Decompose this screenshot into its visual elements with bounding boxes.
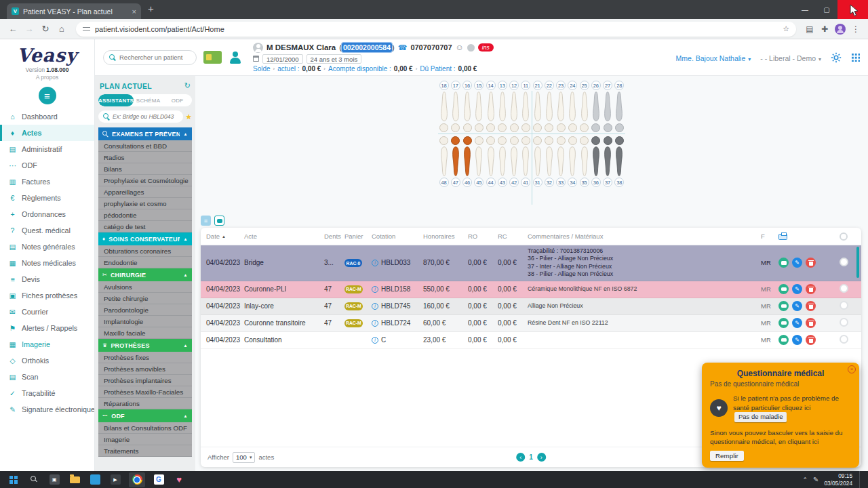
- refresh-icon[interactable]: ↻: [184, 81, 191, 90]
- tooth-15[interactable]: [473, 91, 485, 122]
- taskbar-search-button[interactable]: [27, 471, 41, 488]
- tooth-number-23[interactable]: 23: [555, 81, 567, 90]
- sidebar-item-orthokis[interactable]: ◇Orthokis: [0, 352, 94, 369]
- tooth-34[interactable]: [567, 146, 578, 177]
- carte-vitale-icon[interactable]: [203, 51, 222, 64]
- tooth-28[interactable]: [614, 91, 625, 122]
- plan-item-proth-ses-maxillo-faciales[interactable]: Prothèses Maxillo-Faciales: [98, 386, 192, 398]
- plan-item-imagerie[interactable]: Imagerie: [98, 434, 192, 445]
- tooth-43[interactable]: [496, 146, 508, 177]
- act-row-5[interactable]: 04/04/2023ConsultationiC23,00 €0,00 €0,0…: [201, 332, 861, 349]
- tooth-41[interactable]: [520, 146, 532, 177]
- site-settings-icon[interactable]: [83, 25, 90, 33]
- tooth-number-37[interactable]: 37: [602, 178, 614, 187]
- act-row-1[interactable]: 04/04/2023Bridge3...RAC-0iHBLD033870,00 …: [201, 245, 861, 281]
- tooth-occlusal-25[interactable]: [578, 122, 590, 133]
- table-scrollbar[interactable]: [856, 247, 859, 278]
- act-search-input[interactable]: [113, 113, 178, 120]
- tooth-number-13[interactable]: 13: [496, 81, 508, 90]
- section-header-odf[interactable]: ⋯ODF▲: [98, 409, 192, 422]
- tooth-number-17[interactable]: 17: [450, 81, 461, 90]
- tooth-occlusal-34[interactable]: [567, 135, 578, 146]
- edit-button[interactable]: [792, 318, 802, 328]
- tooth-number-16[interactable]: 16: [462, 81, 473, 90]
- tooth-number-45[interactable]: 45: [473, 178, 485, 187]
- sidebar-item-quest-m-dical[interactable]: ?Quest. médical: [0, 222, 94, 239]
- forward-button[interactable]: →: [22, 24, 37, 34]
- edit-button[interactable]: [792, 301, 802, 311]
- sidebar-item-tra-abilit[interactable]: ✓Traçabilité: [0, 385, 94, 401]
- app-button-g[interactable]: G: [152, 471, 165, 488]
- settings-gear-icon[interactable]: [831, 52, 842, 63]
- tooth-occlusal-22[interactable]: [543, 122, 555, 133]
- tooth-number-42[interactable]: 42: [509, 178, 520, 187]
- row-toggle[interactable]: [840, 284, 848, 293]
- row-toggle[interactable]: [840, 335, 848, 344]
- about-link[interactable]: A propos: [0, 74, 94, 81]
- sidebar-item-ordonnances[interactable]: +Ordonnances: [0, 206, 94, 222]
- tooth-occlusal-45[interactable]: [473, 135, 485, 146]
- next-page-button[interactable]: ›: [537, 453, 546, 462]
- tooth-occlusal-24[interactable]: [567, 122, 578, 133]
- comment-button[interactable]: [778, 301, 789, 311]
- tooth-24[interactable]: [567, 91, 578, 122]
- edit-button[interactable]: [792, 258, 802, 268]
- tooth-occlusal-26[interactable]: [590, 122, 601, 133]
- back-button[interactable]: ←: [5, 24, 20, 34]
- tooth-12[interactable]: [509, 91, 520, 122]
- maximize-button[interactable]: ▢: [816, 0, 837, 19]
- sidebar-item-courrier[interactable]: ✉Courrier: [0, 304, 94, 320]
- tooth-21[interactable]: [532, 91, 543, 122]
- sidebar-item-devis[interactable]: ≡Devis: [0, 271, 94, 287]
- sidebar-item-odf[interactable]: ⋯ODF: [0, 157, 94, 174]
- tooth-42[interactable]: [509, 146, 520, 177]
- sidebar-item-imagerie[interactable]: ▦Imagerie: [0, 336, 94, 352]
- plan-tab-sch-ma[interactable]: SCHÉMA: [134, 94, 163, 106]
- tooth-occlusal-17[interactable]: [450, 122, 461, 133]
- col-header-acte[interactable]: Acte: [244, 232, 324, 240]
- col-header-cotation[interactable]: Cotation: [372, 232, 423, 240]
- comment-button[interactable]: [778, 335, 789, 345]
- delete-button[interactable]: [806, 301, 816, 311]
- taskbar-clock[interactable]: 09:15 03/05/2024: [824, 472, 852, 487]
- delete-button[interactable]: [806, 258, 816, 268]
- delete-button[interactable]: [806, 284, 816, 294]
- tooth-number-21[interactable]: 21: [532, 81, 543, 90]
- tooth-occlusal-37[interactable]: [602, 135, 614, 146]
- collapse-menu-button[interactable]: [39, 87, 56, 104]
- tooth-number-44[interactable]: 44: [485, 178, 496, 187]
- comments-view-button[interactable]: [214, 216, 224, 226]
- tooth-number-33[interactable]: 33: [555, 178, 567, 187]
- plan-item-implantologie[interactable]: Implantologie: [98, 316, 192, 327]
- act-row-2[interactable]: 04/04/2023Couronne-PLI47RAC-MiHBLD158550…: [201, 281, 861, 298]
- plan-item-consultations-et-bbd[interactable]: Consultations et BBD: [98, 140, 192, 152]
- tooth-occlusal-13[interactable]: [496, 122, 508, 133]
- tooth-38[interactable]: [614, 146, 625, 177]
- add-patient-icon[interactable]: [229, 51, 242, 64]
- tooth-number-15[interactable]: 15: [473, 81, 485, 90]
- plan-item-prophylaxie-et-cosmo[interactable]: prophylaxie et cosmo: [98, 198, 192, 209]
- extensions-icon[interactable]: ✚: [818, 24, 831, 34]
- act-row-4[interactable]: 04/04/2023Couronne transitoire47RAC-MiHB…: [201, 315, 861, 332]
- tooth-27[interactable]: [602, 91, 614, 122]
- sidebar-item-factures[interactable]: ▥Factures: [0, 174, 94, 190]
- tooth-occlusal-43[interactable]: [496, 135, 508, 146]
- sidebar-item-notes-m-dicales[interactable]: ▦Notes médicales: [0, 255, 94, 271]
- tooth-33[interactable]: [555, 146, 567, 177]
- tooth-number-11[interactable]: 11: [520, 81, 532, 90]
- comment-button[interactable]: [778, 258, 789, 268]
- plan-item-bilans[interactable]: Bilans: [98, 163, 192, 175]
- minimize-button[interactable]: —: [794, 0, 816, 19]
- plan-tab-assistants[interactable]: ASSISTANTS: [98, 94, 134, 106]
- patient-search[interactable]: [103, 50, 197, 65]
- tooth-occlusal-41[interactable]: [520, 135, 532, 146]
- status-dot-icon[interactable]: [467, 44, 475, 52]
- col-header-f[interactable]: F: [761, 232, 778, 240]
- tooth-occlusal-28[interactable]: [614, 122, 625, 133]
- browser-tab[interactable]: Patient VEASY - Plan actuel ×: [7, 3, 141, 19]
- col-header-commentaires-mat-riaux[interactable]: Commentaires / Matériaux: [528, 232, 761, 240]
- tooth-number-36[interactable]: 36: [590, 178, 601, 187]
- col-header-dents[interactable]: Dents: [324, 232, 344, 240]
- section-header-proth-ses[interactable]: ♛PROTHÈSES▲: [98, 339, 192, 352]
- printer-icon[interactable]: [778, 234, 787, 240]
